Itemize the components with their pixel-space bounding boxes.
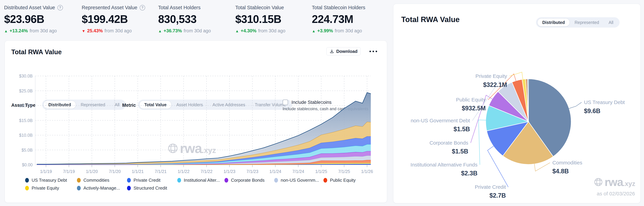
legend-item-public-equity[interactable]: Public Equity [324,178,356,183]
globe-icon [594,177,603,187]
delta-suffix: from 30d ago [184,28,211,34]
chart-title: Total RWA Value [11,48,62,56]
stat-delta: ▲ +13.24% from 30d ago [4,28,63,34]
stat-delta: ▼ 25.43% from 30d ago [82,28,145,34]
stat-label: Total Stablecoin Holders [312,5,365,11]
stat-label: Represented Asset Value [82,5,137,11]
svg-text:7/1/21: 7/1/21 [155,169,167,174]
stat-distributed-asset-value: Distributed Asset Value ? $23.96B ▲ +13.… [4,5,63,34]
svg-text:1/1/25: 1/1/25 [315,169,327,174]
legend-dot [25,178,29,182]
rwa-watermark: rwa .xyz [167,142,216,155]
delta-suffix: from 30d ago [104,28,132,34]
delta-pct: +36.73% [164,28,182,34]
delta-arrow-icon: ▼ [82,29,86,33]
legend-item-commodities[interactable]: Commodities [77,178,110,183]
stat-total-stablecoin-holders: Total Stablecoin Holders 224.73M ▲ +3.99… [312,5,365,34]
help-icon[interactable]: ? [58,5,63,11]
delta-pct: 25.43% [87,28,103,34]
legend-dot [224,178,228,182]
legend-item-us-treasury-debt[interactable]: US Treasury Debt [25,178,67,183]
svg-text:7/1/23: 7/1/23 [246,169,258,174]
svg-text:Private Credit: Private Credit [475,184,506,190]
stat-total-stablecoin-value: Total Stablecoin Value $310.15B ▲ +4.30%… [235,5,285,34]
rwa-watermark: rwa .xyz [594,176,635,188]
stacked-area-chart[interactable]: $0.00$5.0B$10.0B$15.0B$20.0B$25.0B$30.0B… [7,73,376,179]
svg-text:$10.0B: $10.0B [19,133,33,138]
legend-dot [127,186,131,190]
globe-icon [167,143,178,154]
delta-pct: +3.99% [317,28,333,34]
stat-label: Total Asset Holders [158,5,200,11]
legend-dot [77,186,81,190]
legend-dot [177,178,181,182]
svg-text:$932.5M: $932.5M [462,105,486,112]
stat-delta: ▲ +3.99% from 30d ago [312,28,365,34]
svg-text:$25.0B: $25.0B [19,88,33,93]
stat-delta: ▲ +36.73% from 30d ago [158,28,211,34]
stat-value: $23.96B [4,13,63,26]
svg-text:7/1/22: 7/1/22 [200,169,212,174]
stat-represented-asset-value: Represented Asset Value ? $199.42B ▼ 25.… [82,5,145,34]
more-options-icon[interactable] [370,49,382,54]
svg-text:Private Equity: Private Equity [476,73,507,79]
legend-dot [324,178,327,182]
legend-item-private-credit[interactable]: Private Credit [127,178,160,183]
stat-delta: ▲ +4.30% from 30d ago [235,28,285,34]
legend-item-structured-credit[interactable]: Structured Credit [127,185,167,191]
help-icon[interactable]: ? [140,5,145,11]
legend-item-corporate-bonds[interactable]: Corporate Bonds [224,178,265,183]
svg-text:Corporate Bonds: Corporate Bonds [430,140,468,146]
svg-text:$30.0B: $30.0B [19,74,33,78]
svg-text:Commodities: Commodities [552,160,582,165]
svg-text:1/1/26: 1/1/26 [361,169,373,174]
legend-item-institutional-alternative[interactable]: Institutional Alter... [177,178,220,183]
svg-text:$0.00: $0.00 [22,162,33,167]
stat-value: $310.15B [235,13,285,26]
svg-text:1/1/24: 1/1/24 [270,169,282,174]
legend-item-private-equity[interactable]: Private Equity [25,185,59,191]
delta-arrow-icon: ▲ [4,29,8,33]
delta-suffix: from 30d ago [335,28,362,34]
legend-item-actively-managed[interactable]: Actively-Manage... [77,185,120,191]
svg-text:1/1/21: 1/1/21 [132,169,144,174]
svg-text:$15.0B: $15.0B [19,118,33,123]
svg-text:1/1/20: 1/1/20 [86,169,98,174]
svg-text:7/1/25: 7/1/25 [338,169,350,174]
delta-suffix: from 30d ago [30,28,57,34]
rwa-pie-chart[interactable]: US Treasury Debt$9.6BCommodities$4.8BPri… [394,4,641,203]
svg-text:7/1/24: 7/1/24 [292,169,304,174]
download-label: Download [336,49,358,54]
svg-text:7/1/19: 7/1/19 [63,169,75,174]
svg-text:$322.1M: $322.1M [483,81,507,88]
svg-text:$20.0B: $20.0B [19,103,33,108]
stat-value: 224.73M [312,13,365,26]
svg-text:$2.3B: $2.3B [461,170,478,177]
svg-text:7/1/20: 7/1/20 [109,169,121,174]
svg-text:1/1/19: 1/1/19 [40,169,52,174]
svg-text:$2.7B: $2.7B [490,192,506,199]
svg-text:$1.5B: $1.5B [452,148,468,155]
stat-label: Distributed Asset Value [4,5,55,11]
download-icon [330,49,334,54]
delta-suffix: from 30d ago [258,28,285,34]
legend-dot [77,178,81,182]
download-button[interactable]: Download [326,47,360,55]
stat-total-asset-holders: Total Asset Holders 830,533 ▲ +36.73% fr… [158,5,211,34]
svg-text:$1.5B: $1.5B [454,126,470,133]
legend-item-non-us-government[interactable]: non-US Governm... [274,178,319,183]
legend-dot [25,186,29,190]
delta-arrow-icon: ▲ [235,29,239,33]
svg-text:$5.0B: $5.0B [22,148,33,152]
stat-label: Total Stablecoin Value [235,5,284,11]
delta-arrow-icon: ▲ [158,29,162,33]
as-of-date: as of 02/03/2026 [597,191,635,196]
svg-text:1/1/23: 1/1/23 [224,169,236,174]
total-rwa-value-chart-card: Total RWA Value Download Asset Type Dist… [4,41,387,203]
delta-arrow-icon: ▲ [312,29,316,33]
total-rwa-value-pie-card: Total RWA Value Distributed Represented … [393,4,640,203]
svg-text:$4.8B: $4.8B [552,168,569,175]
svg-text:Public Equity: Public Equity [456,97,486,102]
legend-dot [127,178,131,182]
svg-text:$9.6B: $9.6B [584,107,600,114]
